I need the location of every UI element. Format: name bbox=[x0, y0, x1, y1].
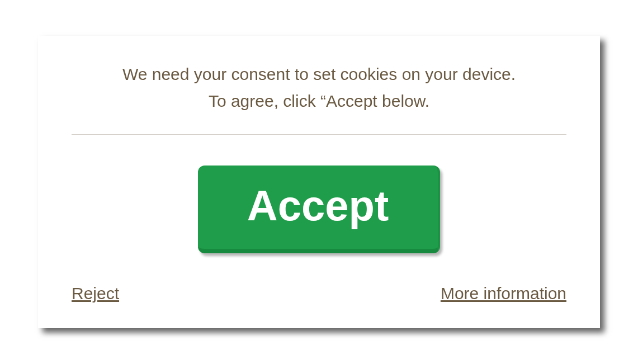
reject-link[interactable]: Reject bbox=[72, 284, 119, 303]
cookie-consent-dialog: We need your consent to set cookies on y… bbox=[38, 36, 600, 328]
more-information-link[interactable]: More information bbox=[441, 284, 566, 303]
consent-message-line2: To agree, click “Accept below. bbox=[209, 92, 429, 110]
consent-message-line1: We need your consent to set cookies on y… bbox=[122, 65, 516, 83]
divider bbox=[72, 134, 566, 135]
accept-button[interactable]: Accept bbox=[198, 166, 440, 253]
consent-message: We need your consent to set cookies on y… bbox=[72, 61, 566, 115]
links-row: Reject More information bbox=[72, 284, 566, 303]
accept-button-container: Accept bbox=[72, 166, 566, 253]
